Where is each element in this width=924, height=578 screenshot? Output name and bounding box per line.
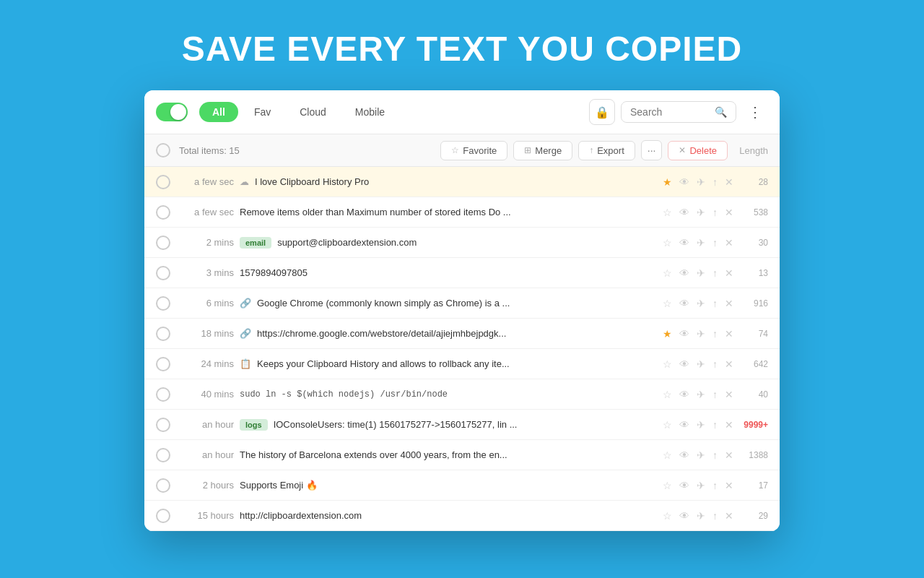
row-checkbox[interactable] [156,448,170,462]
favorite-icon[interactable]: ☆ [663,389,672,400]
upload-icon[interactable]: ↑ [712,449,718,461]
list-item[interactable]: 3 mins1579894097805☆👁✈↑✕13 [144,258,780,288]
share-icon[interactable]: ✈ [697,389,705,400]
preview-icon[interactable]: 👁 [679,328,689,340]
delete-row-icon[interactable]: ✕ [725,207,733,218]
delete-row-icon[interactable]: ✕ [725,510,733,522]
delete-row-icon[interactable]: ✕ [725,480,733,491]
list-item[interactable]: 6 mins🔗Google Chrome (commonly known sim… [144,288,780,319]
share-icon[interactable]: ✈ [697,328,705,340]
upload-icon[interactable]: ↑ [712,389,718,400]
preview-icon[interactable]: 👁 [679,207,689,218]
list-item[interactable]: a few sec☁I love Clipboard History Pro★👁… [144,167,780,197]
delete-row-icon[interactable]: ✕ [725,298,733,309]
row-checkbox[interactable] [156,478,170,493]
lock-button[interactable]: 🔒 [589,99,615,125]
clip-content: The history of Barcelona extends over 40… [240,449,657,460]
row-checkbox[interactable] [156,266,170,280]
tab-mobile[interactable]: Mobile [342,102,398,122]
row-checkbox[interactable] [156,509,170,523]
tab-fav[interactable]: Fav [241,102,284,122]
row-checkbox[interactable] [156,357,170,371]
delete-row-icon[interactable]: ✕ [725,176,733,188]
row-checkbox[interactable] [156,327,170,341]
list-item[interactable]: 40 minssudo ln -s $(which nodejs) /usr/b… [144,379,780,410]
upload-icon[interactable]: ↑ [712,267,718,279]
favorite-icon[interactable]: ☆ [663,449,672,461]
select-all-checkbox[interactable] [156,143,170,158]
tab-cloud[interactable]: Cloud [287,102,339,122]
share-icon[interactable]: ✈ [697,449,705,461]
preview-icon[interactable]: 👁 [679,480,689,491]
more-button[interactable]: ⋮ [742,99,768,125]
delete-row-icon[interactable]: ✕ [725,267,733,279]
share-icon[interactable]: ✈ [697,207,705,218]
row-checkbox[interactable] [156,387,170,402]
favorite-icon[interactable]: ☆ [663,267,672,279]
share-icon[interactable]: ✈ [697,480,705,491]
delete-row-icon[interactable]: ✕ [725,389,733,400]
list-item[interactable]: 2 hoursSupports Emoji 🔥☆👁✈↑✕17 [144,470,780,501]
preview-icon[interactable]: 👁 [679,298,689,309]
preview-icon[interactable]: 👁 [679,267,689,279]
tab-all[interactable]: All [199,102,238,122]
upload-icon[interactable]: ↑ [712,298,718,309]
preview-icon[interactable]: 👁 [679,176,689,188]
favorite-icon[interactable]: ☆ [663,207,672,218]
share-icon[interactable]: ✈ [697,298,705,309]
list-item[interactable]: 15 hourshttp://clipboardextension.com☆👁✈… [144,501,780,531]
more-actions-button[interactable]: ··· [641,140,663,160]
share-icon[interactable]: ✈ [697,237,705,249]
export-button[interactable]: ↑ Export [578,141,635,160]
preview-icon[interactable]: 👁 [679,358,689,370]
favorite-button[interactable]: ☆ Favorite [440,141,507,160]
favorite-icon[interactable]: ☆ [663,419,672,431]
share-icon[interactable]: ✈ [697,358,705,370]
favorite-icon[interactable]: ★ [663,328,672,340]
delete-row-icon[interactable]: ✕ [725,358,733,370]
share-icon[interactable]: ✈ [697,176,705,188]
favorite-icon[interactable]: ☆ [663,480,672,491]
preview-icon[interactable]: 👁 [679,237,689,249]
preview-icon[interactable]: 👁 [679,419,689,431]
upload-icon[interactable]: ↑ [712,480,718,491]
favorite-icon[interactable]: ☆ [663,358,672,370]
delete-row-icon[interactable]: ✕ [725,237,733,249]
upload-icon[interactable]: ↑ [712,328,718,340]
list-item[interactable]: 2 minsemailsupport@clipboardextension.co… [144,228,780,258]
list-item[interactable]: 18 mins🔗https://chrome.google.com/websto… [144,319,780,349]
upload-icon[interactable]: ↑ [712,419,718,431]
favorite-icon[interactable]: ☆ [663,237,672,249]
preview-icon[interactable]: 👁 [679,389,689,400]
share-icon[interactable]: ✈ [697,419,705,431]
list-item[interactable]: an hourThe history of Barcelona extends … [144,440,780,470]
favorite-icon[interactable]: ☆ [663,510,672,522]
delete-row-icon[interactable]: ✕ [725,328,733,340]
row-checkbox[interactable] [156,296,170,311]
merge-button[interactable]: ⊞ Merge [513,141,572,160]
list-item[interactable]: an hourlogsIOConsoleUsers: time(1) 15601… [144,410,780,440]
upload-icon[interactable]: ↑ [712,510,718,522]
share-icon[interactable]: ✈ [697,510,705,522]
preview-icon[interactable]: 👁 [679,449,689,461]
upload-icon[interactable]: ↑ [712,207,718,218]
favorite-icon[interactable]: ★ [663,176,672,188]
row-checkbox[interactable] [156,205,170,220]
favorite-icon[interactable]: ☆ [663,298,672,309]
preview-icon[interactable]: 👁 [679,510,689,522]
delete-row-icon[interactable]: ✕ [725,449,733,461]
delete-row-icon[interactable]: ✕ [725,419,733,431]
delete-button[interactable]: ✕ Delete [668,141,728,160]
row-checkbox[interactable] [156,175,170,189]
share-icon[interactable]: ✈ [697,267,705,279]
upload-icon[interactable]: ↑ [712,358,718,370]
toggle-switch[interactable] [156,103,188,121]
search-input[interactable] [630,106,709,118]
row-checkbox[interactable] [156,236,170,250]
list-item[interactable]: a few secRemove items older than Maximum… [144,197,780,228]
upload-icon[interactable]: ↑ [712,176,718,188]
list-item[interactable]: 24 mins📋Keeps your Clipboard History and… [144,349,780,379]
clip-action-group: ☆👁✈↑✕ [663,237,733,249]
upload-icon[interactable]: ↑ [712,237,718,249]
row-checkbox[interactable] [156,418,170,432]
